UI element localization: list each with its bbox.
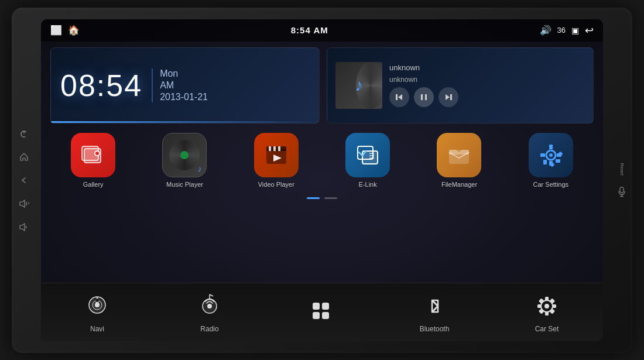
mic-icon [618,187,625,197]
video-player-label: Video Player [258,181,294,188]
gallery-label: Gallery [83,181,104,188]
bluetooth-label: Bluetooth [420,325,450,333]
back-side-button[interactable] [18,174,30,187]
svg-line-44 [210,294,213,296]
nav-home[interactable] [266,297,378,327]
carset-icon [532,291,562,321]
bottom-nav: Navi Radio [41,283,603,341]
video-player-icon [254,133,299,177]
status-right-icons: 🔊 36 ▣ ↩ [540,24,594,37]
page-dot-1[interactable] [307,197,320,199]
status-time: 8:54 AM [291,25,328,35]
nav-carset[interactable]: Car Set [491,291,603,333]
svg-rect-14 [450,94,452,100]
app-filemanager[interactable]: FileManager [416,133,502,188]
music-note-icon: ♪ [355,76,363,95]
filemanager-label: FileManager [441,181,477,188]
status-bar: ⬜ 🏠 8:54 AM 🔊 36 ▣ ↩ [41,19,603,42]
svg-rect-11 [421,94,423,100]
radio-icon [194,291,225,321]
apps-grid: Gallery ♪ Music Player [50,129,594,191]
home-side-button[interactable] [18,150,30,163]
app-music-player[interactable]: ♪ Music Player [142,133,227,188]
nav-navi[interactable]: Navi [41,291,153,333]
svg-rect-56 [539,298,544,303]
power-button[interactable] [18,127,30,140]
music-artist: unknown [389,76,585,84]
album-art: ♪ [335,62,382,109]
elink-label: E-Link [359,181,377,188]
music-controls [389,87,585,107]
svg-rect-59 [550,308,555,314]
bluetooth-icon [419,291,450,321]
main-content: 08:54 Mon AM 2013-01-21 ♪ unknown unknow… [41,42,603,283]
page-dot-2[interactable] [324,197,337,199]
svg-rect-12 [425,94,427,100]
back-status-icon: ↩ [585,24,594,37]
svg-rect-21 [269,146,271,151]
volume-down-button[interactable] [18,221,30,234]
svg-point-41 [95,299,99,302]
clock-details: Mon AM 2013-01-21 [152,68,208,102]
svg-rect-53 [545,311,549,316]
music-track: unknown [389,63,585,72]
navi-label: Navi [90,325,104,333]
svg-marker-9 [398,94,402,100]
clock-day: Mon [160,68,208,79]
svg-point-45 [207,304,212,308]
apps-section: Gallery ♪ Music Player [50,129,594,280]
play-pause-button[interactable] [414,87,434,107]
app-video-player[interactable]: Video Player [234,133,319,188]
apps-grid-icon [307,297,337,327]
svg-marker-5 [20,224,25,231]
app-carsettings[interactable]: Car Settings [508,133,594,188]
nav-bluetooth[interactable]: Bluetooth [378,291,491,333]
svg-rect-58 [539,308,544,314]
svg-point-29 [549,153,553,157]
svg-rect-35 [556,159,560,163]
svg-rect-22 [273,146,276,151]
side-buttons-right: Reset [618,163,625,197]
svg-rect-10 [396,94,398,100]
clock-widget: 08:54 Mon AM 2013-01-21 [50,47,320,124]
clock-time: 08:54 [60,68,142,103]
svg-rect-6 [620,187,624,193]
status-left-icons: ⬜ 🏠 [50,25,80,36]
svg-rect-55 [552,304,556,308]
carset-label: Car Set [535,325,559,333]
side-buttons-left [18,127,30,234]
gallery-icon [71,133,115,177]
music-player-label: Music Player [166,181,203,188]
carsettings-label: Car Settings [533,181,569,188]
svg-marker-2 [20,200,25,207]
reset-label[interactable]: Reset [619,163,625,175]
prev-button[interactable] [389,87,409,107]
svg-rect-47 [322,303,329,310]
svg-rect-48 [313,312,320,319]
widgets-row: 08:54 Mon AM 2013-01-21 ♪ unknown unknow… [50,47,594,124]
svg-marker-13 [446,94,450,100]
music-widget: ♪ unknown unknown [327,47,594,124]
svg-rect-23 [278,146,280,151]
svg-point-18 [95,152,99,155]
svg-rect-54 [537,304,542,308]
svg-rect-30 [549,145,553,149]
volume-up-button[interactable] [18,197,30,210]
screen-icon: ▣ [571,26,579,35]
car-head-unit: Reset ⬜ 🏠 8:54 AM 🔊 36 ▣ ↩ [12,8,632,353]
vinyl-art [169,140,200,170]
navi-icon [82,291,112,321]
next-button[interactable] [439,87,458,107]
svg-rect-57 [550,298,555,303]
app-gallery[interactable]: Gallery [50,133,136,188]
filemanager-icon [437,133,481,177]
nav-radio[interactable]: Radio [153,291,266,333]
music-info: unknown unknown [389,63,585,107]
svg-rect-37 [543,160,547,164]
app-elink[interactable]: E-Link [325,133,410,188]
svg-rect-33 [540,153,545,157]
home-status-icon: 🏠 [68,25,80,36]
radio-label: Radio [200,325,218,333]
carsettings-icon [529,133,573,177]
music-player-icon: ♪ [162,133,207,177]
